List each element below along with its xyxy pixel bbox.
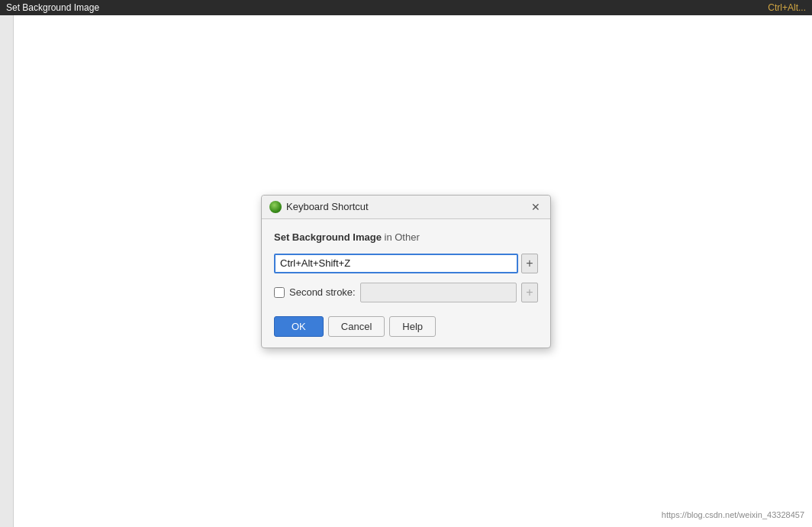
dialog-close-button[interactable]: ✕ xyxy=(529,200,543,214)
dialog-subtitle-rest: in Other xyxy=(382,231,420,243)
second-stroke-label: Second stroke: xyxy=(289,286,356,298)
top-bar: Set Background Image Ctrl+Alt... xyxy=(0,0,812,15)
dialog-subtitle-bold: Set Background Image xyxy=(274,231,382,243)
keyboard-shortcut-dialog: Keyboard Shortcut ✕ Set Background Image… xyxy=(261,195,551,348)
second-stroke-checkbox[interactable] xyxy=(274,287,285,298)
dialog-body: Set Background Image in Other + Second s… xyxy=(262,219,550,348)
modal-overlay: Keyboard Shortcut ✕ Set Background Image… xyxy=(0,15,812,527)
second-stroke-add-icon: + xyxy=(526,286,533,299)
help-button[interactable]: Help xyxy=(389,316,436,337)
second-stroke-add-button[interactable]: + xyxy=(521,283,538,302)
cancel-button[interactable]: Cancel xyxy=(328,316,385,337)
ok-button[interactable]: OK xyxy=(274,316,324,337)
shortcut-row: + xyxy=(274,254,538,273)
shortcut-add-button[interactable]: + xyxy=(521,254,538,273)
dialog-title-text: Keyboard Shortcut xyxy=(286,201,369,212)
dialog-title-left: Keyboard Shortcut xyxy=(269,201,369,213)
dialog-subtitle: Set Background Image in Other xyxy=(274,231,538,243)
top-bar-shortcut: Ctrl+Alt... xyxy=(768,2,806,13)
second-stroke-row: Second stroke: + xyxy=(274,283,538,302)
dialog-titlebar: Keyboard Shortcut ✕ xyxy=(262,196,550,219)
shortcut-input[interactable] xyxy=(274,254,518,273)
top-bar-title: Set Background Image xyxy=(6,2,99,13)
shortcut-add-icon: + xyxy=(526,257,533,270)
second-stroke-input[interactable] xyxy=(360,283,517,302)
main-area: https://blog.csdn.net/weixin_43328457 Ke… xyxy=(0,15,812,527)
dialog-buttons: OK Cancel Help xyxy=(274,316,538,337)
dialog-app-icon xyxy=(269,201,282,213)
